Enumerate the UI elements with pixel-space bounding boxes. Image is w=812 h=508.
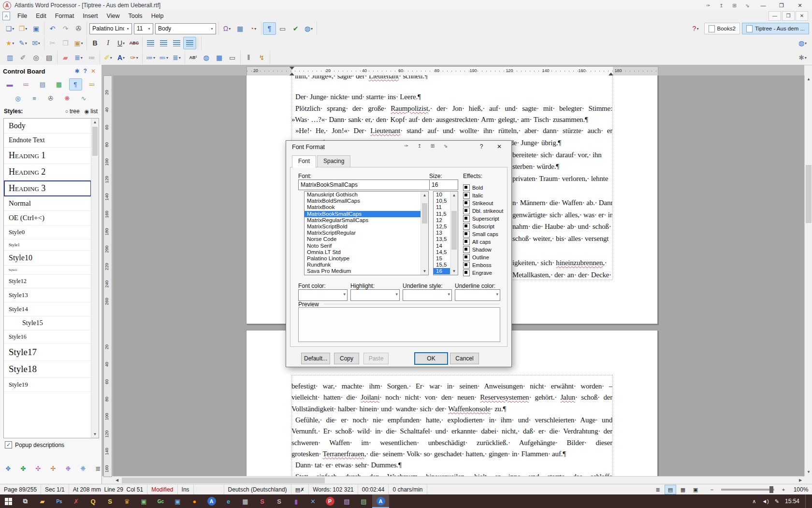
horizontal-ruler[interactable]: 2020406080100120140160180 — [246, 66, 658, 76]
font-name-combo[interactable]: Palatino Linoty▾ — [89, 23, 132, 34]
revisions-panel-icon[interactable]: ▦ — [53, 78, 66, 90]
document-text-fragment[interactable]: privaten· Traum· verloren,· lehnte — [512, 174, 612, 184]
zoom-in-button[interactable]: + — [778, 485, 789, 494]
shade-window-icon[interactable]: ↥ — [715, 3, 728, 8]
insert-field-button[interactable]: ▦ — [233, 22, 246, 35]
update-fields-button[interactable]: ↯ — [255, 51, 268, 64]
document-text-line[interactable]: »He!· He,· Jon!«· Der· Lieutenant· stand… — [291, 126, 612, 136]
menu-format[interactable]: Format — [51, 11, 79, 21]
menu-tools[interactable]: Tools — [124, 11, 146, 21]
tab-font[interactable]: Font — [292, 155, 316, 168]
outline-list-button[interactable]: ≣▾ — [170, 51, 183, 64]
effect-outline-checkbox[interactable]: Outline — [463, 254, 489, 261]
volume-icon[interactable]: ◄) — [762, 498, 769, 505]
style-item-style10[interactable]: Style10 — [4, 251, 91, 266]
size-input[interactable] — [429, 179, 458, 190]
resize-icon[interactable]: ⇘ — [440, 143, 451, 149]
document-text-line[interactable]: »Was· …?«· Dann· sank· er,· den· Kopf· a… — [291, 115, 612, 125]
insert-datetime-button[interactable]: ◔▾ — [246, 22, 260, 35]
tools-options-button[interactable]: ✱▾ — [796, 51, 809, 64]
address-book-button[interactable]: ▥ — [3, 51, 16, 64]
resize-window-icon[interactable]: ⇘ — [741, 3, 754, 8]
hyperlink-button[interactable]: ◍ — [200, 51, 213, 64]
effect-small-caps-checkbox[interactable]: Small caps — [463, 231, 498, 238]
font-option-manuskript-gothisch[interactable]: Manuskript Gothisch — [304, 192, 428, 198]
sidebar-bottom-icon-1[interactable]: ✥ — [3, 463, 14, 473]
atlantis-active-icon[interactable]: A — [372, 494, 389, 508]
effect-subscript-checkbox[interactable]: Subscript — [463, 223, 494, 230]
font-option-matrixbook[interactable]: MatrixBook — [304, 204, 428, 210]
popup-descriptions-checkbox[interactable]: ✓ Popup descriptions — [5, 441, 64, 448]
undo-button[interactable]: ↶ — [46, 22, 59, 35]
document-text-fragment[interactable]: n· Männern· die· Waffen· ab.· Dann — [512, 198, 612, 208]
spellcheck-button[interactable]: ✔ — [289, 22, 302, 35]
style-item-style13[interactable]: Style13 — [4, 288, 91, 302]
insert-symbol-button[interactable]: Ω▾ — [220, 22, 233, 35]
mdi-restore-button[interactable]: ❐ — [782, 11, 795, 21]
style-item-oe-ctrl-[interactable]: OE (Ctrl+<) — [4, 211, 91, 225]
columns-button[interactable]: ‖ — [242, 51, 255, 64]
document-text-line[interactable]: Plötzlich· sprang· der· große· Raumpoliz… — [291, 104, 612, 114]
highlight-button[interactable]: ✐▾ — [102, 51, 115, 64]
document-text-fragment[interactable]: sterben· würde.¶ — [512, 162, 612, 172]
pen-icon[interactable]: ✎ — [775, 498, 779, 505]
text-frame-button[interactable]: ▭ — [226, 51, 239, 64]
anchor-icon[interactable]: ⊞ — [427, 143, 438, 149]
book-icon-1[interactable]: ▤ — [338, 494, 355, 508]
fonts-panel-icon[interactable]: ¶ — [69, 78, 82, 90]
task-view-icon[interactable]: ⧉ — [17, 494, 34, 508]
styles-panel-icon[interactable]: ≔ — [20, 78, 33, 90]
web-layout-button[interactable]: ◍▾ — [796, 37, 809, 49]
document-text-line[interactable]: Dann· tat· er· etwas· sehr· Dummes.¶ — [291, 460, 612, 470]
dialog-close-icon[interactable]: ✕ — [494, 143, 505, 150]
book-icon-2[interactable]: ▤ — [355, 494, 372, 508]
document-properties-button[interactable]: ✐ — [16, 51, 29, 64]
start-button[interactable] — [0, 494, 17, 508]
font-color-button[interactable]: A▾ — [115, 51, 128, 64]
style-item-style18[interactable]: Style18 — [4, 361, 91, 378]
effect-dbl-strikeout-checkbox[interactable]: Dbl. strikeout — [463, 208, 503, 214]
font-option-omnia-lt-std[interactable]: Omnia LT Std — [304, 249, 428, 255]
outline-panel-icon[interactable]: ▤ — [36, 78, 49, 90]
vertical-scroll-thumb[interactable] — [806, 165, 812, 223]
style-item-heading-2[interactable]: Heading 2 — [4, 164, 91, 180]
app-icon-11[interactable]: P — [321, 494, 338, 508]
document-text-line[interactable]: schweren· Waffen· im· wesentlichen· unbe… — [291, 438, 612, 448]
font-option-rundfunk[interactable]: Rundfunk — [304, 262, 428, 268]
styles-tree-radio[interactable]: ○tree — [65, 108, 79, 115]
menu-view[interactable]: View — [102, 11, 124, 21]
scroll-right-icon[interactable]: ▶ — [797, 477, 804, 484]
sidebar-bottom-icon-2[interactable]: ✤ — [18, 463, 29, 473]
numbered-list-button[interactable]: ≕▾ — [157, 51, 170, 64]
italic-button[interactable]: I — [102, 37, 115, 49]
style-item-style15[interactable]: Style15 — [4, 316, 91, 330]
sidebar-bottom-icon-5[interactable]: ❉ — [63, 463, 73, 473]
underline-style-select[interactable]: ▾ — [403, 289, 452, 301]
effect-bold-checkbox[interactable]: Bold — [463, 184, 483, 191]
horizontal-scroll-thumb[interactable] — [122, 478, 325, 483]
new-document-button[interactable]: ❏▾ — [3, 22, 16, 35]
document-text-line[interactable]: Vollständigkeit· halber· hinein· und· wa… — [291, 404, 612, 414]
mdi-minimize-button[interactable]: — — [768, 11, 781, 21]
dialog-title-bar[interactable]: Font Format ✑ ↥ ⊞ ⇘ ? ✕ — [286, 141, 511, 153]
palette-tool-icon[interactable]: ❋ — [61, 92, 74, 105]
menu-file[interactable]: File — [13, 11, 31, 21]
app-icon-8[interactable]: S — [271, 494, 288, 508]
style-combo[interactable]: Body▾ — [155, 23, 216, 34]
style-item-heading-1[interactable]: Heading 1 — [4, 148, 91, 164]
insert-table-button[interactable]: ▦ — [213, 51, 226, 64]
bold-button[interactable]: B — [88, 37, 102, 49]
style-item-style14[interactable]: Style14 — [4, 302, 91, 316]
document-text-line[interactable]: Gefühle,· die· er· noch· nie· empfunden·… — [291, 415, 612, 425]
font-option-matrixboldsmallcaps[interactable]: MatrixBoldSmallCaps — [304, 198, 428, 204]
underline-color-select[interactable]: ▾ — [455, 289, 500, 301]
favorites-button[interactable]: ★▾ — [3, 37, 16, 49]
bullet-list-button[interactable]: ≔▾ — [144, 51, 157, 64]
document-text-fragment[interactable]: bereitete· sich· darauf· vor,· ihn — [512, 150, 612, 160]
sidebar-bottom-icon-4[interactable]: ✢ — [48, 463, 58, 473]
gear-icon[interactable]: ✱ — [75, 68, 80, 75]
font-option-palatino-linotype[interactable]: Palatino Linotype — [304, 255, 428, 262]
cut-button[interactable]: ✂ — [46, 37, 59, 49]
app-icon-5[interactable]: Gc — [152, 494, 169, 508]
style-item-style19[interactable]: Style19 — [4, 378, 91, 392]
